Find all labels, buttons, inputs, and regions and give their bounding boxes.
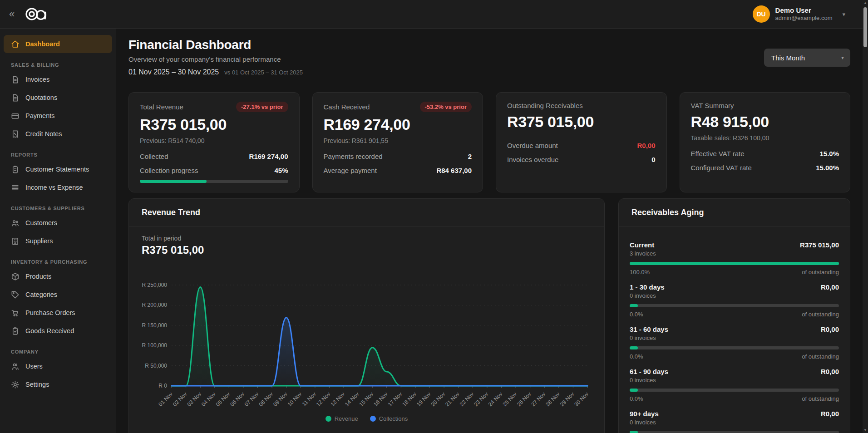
scroll-up-icon[interactable]: ▲: [863, 1, 868, 5]
user-menu[interactable]: DU Demo User admin@example.com ▾: [753, 5, 845, 23]
kpi-subrow-value: 15.0%: [819, 150, 839, 157]
sidebar-item-label: Quotations: [25, 94, 57, 101]
main-content: Financial Dashboard Overview of your com…: [116, 29, 868, 433]
legend-item-revenue[interactable]: Revenue: [326, 415, 358, 422]
aging-invoice-count: 3 invoices: [630, 250, 839, 257]
trend-total-value: R375 015,00: [136, 244, 597, 256]
svg-text:17 Nov: 17 Nov: [387, 391, 404, 408]
aging-bucket-label: 31 - 60 days: [630, 325, 668, 334]
users-icon: [11, 219, 20, 227]
receipt-icon: [11, 130, 20, 138]
aging-bar: [630, 389, 839, 392]
aging-bar-fill: [630, 431, 638, 433]
cube-icon: [11, 272, 20, 281]
sidebar-header: «: [0, 0, 116, 29]
aging-bar: [630, 431, 839, 433]
chevron-down-icon: ▾: [841, 54, 844, 61]
user-identity: Demo User admin@example.com: [775, 6, 833, 22]
sidebar-item-quotations[interactable]: Quotations: [4, 89, 112, 107]
svg-text:28 Nov: 28 Nov: [544, 391, 561, 408]
app-logo-icon: [25, 6, 49, 22]
svg-text:11 Nov: 11 Nov: [301, 391, 317, 407]
collections-dot-icon: [370, 416, 376, 422]
sidebar-section-sales-billing: SALES & BILLING: [0, 62, 116, 68]
sidebar-item-credit-notes[interactable]: Credit Notes: [4, 125, 112, 143]
avatar: DU: [753, 5, 770, 23]
svg-text:R 100,000: R 100,000: [142, 342, 168, 349]
kpi-subrow: Overdue amount R0,00: [507, 142, 656, 149]
kpi-value: R48 915,00: [691, 113, 839, 131]
revenue-trend-chart: R 0R 50,000R 100,000R 150,000R 200,000R …: [136, 262, 598, 413]
kpi-subrow-value: 0: [651, 156, 655, 163]
sidebar-item-goods-received[interactable]: Goods Received: [4, 322, 112, 340]
sidebar-item-suppliers[interactable]: Suppliers: [4, 232, 112, 250]
aging-bar-fill: [630, 304, 638, 307]
sidebar-item-label: Categories: [25, 291, 57, 298]
svg-text:18 Nov: 18 Nov: [401, 391, 418, 408]
trend-total-label: Total in period: [136, 235, 597, 242]
scroll-down-icon[interactable]: ▼: [863, 428, 868, 432]
sidebar-item-customer-statements[interactable]: Customer Statements: [4, 160, 112, 178]
legend-item-collections[interactable]: Collections: [370, 415, 408, 422]
sidebar-item-products[interactable]: Products: [4, 267, 112, 285]
kpi-subrow: Effective VAT rate 15.0%: [691, 150, 839, 157]
aging-row-90-plus: 90+ days R0,00 0 invoices 0.0% of outsta…: [630, 410, 839, 433]
sidebar-item-users[interactable]: Users: [4, 357, 112, 375]
change-badge: -27.1% vs prior: [236, 102, 288, 112]
sidebar-item-invoices[interactable]: Invoices: [4, 70, 112, 89]
sidebar-item-income-vs-expense[interactable]: Income vs Expense: [4, 178, 112, 197]
sidebar-nav: Dashboard SALES & BILLING Invoices Quota…: [0, 29, 116, 394]
sidebar-item-dashboard[interactable]: Dashboard: [4, 35, 112, 53]
scrollbar-thumb[interactable]: [863, 7, 867, 47]
sidebar: « Dashboard SALES & BILLING Invoices: [0, 0, 116, 433]
aging-bucket-amount: R0,00: [821, 368, 839, 375]
kpi-cards-row: Total Revenue -27.1% vs prior R375 015,0…: [128, 92, 850, 187]
sidebar-item-label: Dashboard: [25, 40, 60, 48]
legend-label: Collections: [379, 415, 408, 422]
sidebar-item-label: Suppliers: [25, 237, 53, 245]
chevron-down-icon[interactable]: ▾: [842, 11, 845, 18]
sidebar-item-settings[interactable]: Settings: [4, 375, 112, 394]
svg-text:26 Nov: 26 Nov: [516, 391, 533, 408]
svg-text:R 150,000: R 150,000: [142, 322, 168, 329]
sidebar-item-label: Credit Notes: [25, 130, 62, 138]
date-range-select[interactable]: This Month ▾: [764, 49, 850, 67]
sidebar-item-purchase-orders[interactable]: Purchase Orders: [4, 304, 112, 322]
kpi-value: R375 015,00: [140, 116, 288, 133]
aging-bucket-label: 61 - 90 days: [630, 368, 668, 376]
kpi-previous: Previous: R514 740,00: [140, 137, 288, 144]
aging-invoice-count: 0 invoices: [630, 377, 839, 384]
revenue-trend-title: Revenue Trend: [142, 208, 200, 217]
sidebar-item-label: Payments: [25, 112, 54, 119]
sidebar-section-customers-suppliers: CUSTOMERS & SUPPLIERS: [0, 206, 116, 211]
sidebar-item-customers[interactable]: Customers: [4, 214, 112, 232]
window-scrollbar[interactable]: ▲ ▼: [863, 0, 868, 433]
cart-icon: [11, 309, 20, 317]
sidebar-item-payments[interactable]: Payments: [4, 107, 112, 125]
date-range-value: This Month: [771, 54, 805, 62]
sidebar-section-reports: REPORTS: [0, 152, 116, 157]
svg-text:19 Nov: 19 Nov: [415, 391, 432, 408]
sidebar-item-label: Users: [25, 363, 43, 370]
svg-text:04 Nov: 04 Nov: [200, 391, 217, 408]
rows-icon: [11, 183, 20, 192]
clipboard-icon: [11, 165, 20, 174]
topbar: DU Demo User admin@example.com ▾: [116, 0, 868, 29]
svg-text:12 Nov: 12 Nov: [315, 391, 332, 408]
user-email: admin@example.com: [775, 15, 833, 22]
sidebar-item-label: Income vs Expense: [25, 184, 83, 191]
kpi-label: VAT Summary: [691, 102, 734, 109]
svg-text:06 Nov: 06 Nov: [229, 391, 246, 408]
collapse-sidebar-icon[interactable]: «: [9, 9, 15, 19]
legend-label: Revenue: [335, 415, 358, 422]
collection-progress-bar: [140, 180, 288, 183]
svg-text:15 Nov: 15 Nov: [358, 391, 375, 408]
kpi-subrow-value: 2: [468, 153, 472, 160]
kpi-label: Total Revenue: [140, 103, 183, 111]
credit-card-icon: [11, 112, 20, 120]
sidebar-item-categories[interactable]: Categories: [4, 285, 112, 304]
sidebar-item-label: Goods Received: [25, 327, 74, 335]
sidebar-item-label: Customers: [25, 219, 57, 226]
aging-percent: 100.0%: [630, 269, 650, 276]
kpi-subrow-label: Effective VAT rate: [691, 150, 745, 157]
